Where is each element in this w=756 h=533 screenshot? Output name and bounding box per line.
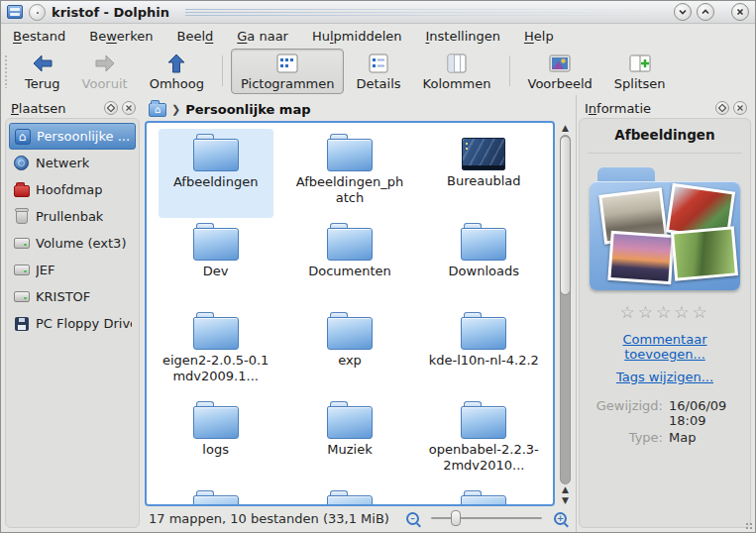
places-list: ⌂ Persoonlijke ... Netwerk Hoofdmap Prul… [5,118,140,528]
star-icon[interactable]: ☆ [619,302,637,322]
menu-beeld[interactable]: Beeld [176,29,213,44]
scroll-down-button[interactable]: ▼ [558,495,573,506]
place-root[interactable]: Hoofdmap [9,176,136,203]
file-item-afbeeldingen[interactable]: Afbeeldingen [149,129,282,218]
hard-drive-icon [13,262,30,278]
breadcrumb-separator-icon: ❯ [171,103,180,116]
zoom-out-icon[interactable]: – [406,512,419,525]
arrow-left-icon [32,53,54,74]
detach-icon [107,104,115,112]
toolbar-drag-handle[interactable] [3,53,9,88]
file-item[interactable] [282,485,416,506]
file-item[interactable] [417,485,551,506]
place-volume-ext3[interactable]: Volume (ext3) [9,230,136,257]
hard-drive-icon [13,235,30,252]
places-panel: Plaatsen ⌂ Persoonlijke ... Netwerk [1,95,142,532]
file-item-documenten[interactable]: Documenten [282,218,416,307]
forward-button[interactable]: Vooruit [72,49,138,94]
add-comment-link[interactable]: Commentaar toevoegen... [588,332,742,362]
home-folder-icon[interactable]: ⌂ [149,103,166,117]
menu-help[interactable]: Help [524,29,554,44]
place-jef[interactable]: JEF [9,257,136,283]
place-trash[interactable]: Prullenbak [9,203,136,230]
place-floppy[interactable]: PC Floppy Drive [9,310,136,337]
file-item-muziek[interactable]: Muziek [282,396,416,485]
star-icon[interactable]: ☆ [656,302,674,322]
file-item-dev[interactable]: Dev [149,218,282,307]
titlebar: kristof - Dolphin [1,1,755,24]
icons-view-icon [276,53,298,74]
file-item-downloads[interactable]: Downloads [417,218,551,307]
details-view-button[interactable]: Details [346,49,410,94]
star-icon[interactable]: ☆ [692,302,709,322]
star-icon[interactable]: ☆ [674,302,692,322]
place-network[interactable]: Netwerk [9,150,136,176]
places-float-button[interactable] [104,101,118,115]
scrollbar-track[interactable] [560,135,571,484]
file-item-kde-l10n[interactable]: kde-l10n-nl-4.2.2 [417,307,551,396]
statusbar: 17 mappen, 10 bestanden (33,1 MiB) – + [145,506,573,532]
window-resize-grip[interactable] [745,522,753,530]
star-icon[interactable]: ☆ [638,302,656,322]
breadcrumb-path[interactable]: Persoonlijke map [185,102,310,117]
folder-icon [327,223,373,261]
minimize-button[interactable] [674,3,692,21]
floppy-icon [13,315,30,332]
scroll-up-button-2[interactable]: ▲ [558,484,573,495]
status-summary: 17 mappen, 10 bestanden (33,1 MiB) [149,511,389,526]
file-item-afbeeldingen-phatch[interactable]: Afbeeldingen_phatch [282,129,416,218]
network-icon [13,155,30,171]
window-menu-button[interactable] [29,4,46,21]
detach-icon [718,104,726,112]
info-close-button[interactable] [733,101,747,115]
preview-button[interactable]: Voorbeeld [518,49,602,94]
folder-icon [461,312,506,350]
zoom-in-icon[interactable]: + [554,512,567,525]
menubar: Bestand Bewerken Beeld Ga naar Hulpmidde… [1,24,755,49]
vertical-scrollbar: ▲ ▲ ▼ [558,121,573,506]
places-close-button[interactable] [122,101,136,115]
file-item-bureaublad[interactable]: Bureaublad [417,129,551,218]
rating-stars[interactable]: ☆☆☆☆☆ [588,302,742,322]
folder-view: Afbeeldingen Afbeeldingen_phatch [145,121,555,506]
file-item-logs[interactable]: logs [149,396,282,485]
folder-icon [461,490,506,506]
menu-instellingen[interactable]: Instellingen [426,29,501,44]
menu-ga-naar[interactable]: Ga naar [237,29,288,44]
split-view-icon [629,53,651,74]
hard-drive-icon [13,288,30,305]
columns-view-button[interactable]: Kolommen [413,49,501,94]
file-item-openbabel[interactable]: openbabel-2.2.3-2mdv2010... [417,396,551,485]
scroll-up-button[interactable]: ▲ [558,121,573,135]
folder-icon [193,312,239,350]
arrow-up-icon [166,53,186,74]
close-icon [736,104,744,112]
arrow-right-icon [94,53,116,74]
menu-bestand[interactable]: Bestand [13,29,65,44]
columns-view-icon [447,53,467,74]
trash-icon [13,208,30,225]
split-button[interactable]: Splitsen [604,49,676,94]
menu-bewerken[interactable]: Bewerken [89,29,153,44]
zoom-slider-handle[interactable] [451,510,461,526]
maximize-button[interactable] [697,3,714,21]
up-button[interactable]: Omhoog [140,49,214,94]
menu-hulpmiddelen[interactable]: Hulpmiddelen [312,29,402,44]
close-icon [735,7,745,17]
folder-preview-image [590,167,740,290]
place-kristof[interactable]: KRISTOF [9,283,136,310]
file-item-exp[interactable]: exp [282,307,416,396]
close-button[interactable] [731,3,749,21]
back-button[interactable]: Terug [15,49,70,94]
zoom-slider[interactable] [431,510,542,526]
folder-icon [193,401,239,439]
change-tags-link[interactable]: Tags wijzigen... [588,370,742,384]
place-home[interactable]: ⌂ Persoonlijke ... [9,123,136,150]
info-float-button[interactable] [715,101,729,115]
icons-view-button[interactable]: Pictogrammen [231,49,345,94]
folder-icon [327,490,373,506]
scrollbar-thumb[interactable] [560,136,571,295]
file-item[interactable] [149,485,282,506]
file-item-eigen2[interactable]: eigen2-2.0.5-0.1mdv2009.1... [149,307,282,396]
chevron-down-icon [678,7,688,17]
